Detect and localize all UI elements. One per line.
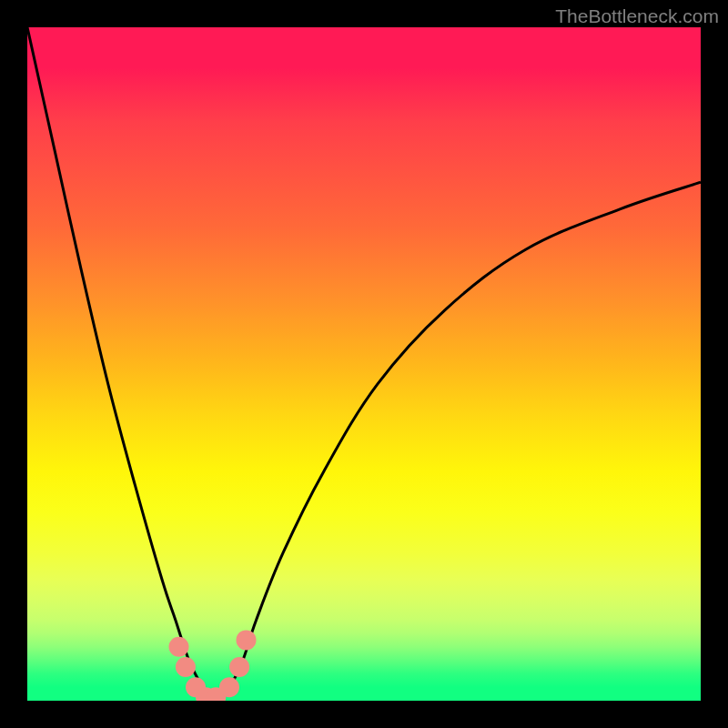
curve-marker <box>229 657 249 677</box>
plot-area <box>27 27 701 701</box>
bottleneck-curve <box>27 27 701 701</box>
curve-marker <box>237 630 257 650</box>
curve-marker <box>169 637 189 657</box>
curve-marker <box>219 677 239 697</box>
watermark-text: TheBottleneck.com <box>555 5 719 27</box>
curve-marker <box>176 657 196 677</box>
marker-group <box>169 630 257 701</box>
chart-svg <box>27 27 701 701</box>
curve-group <box>27 27 701 701</box>
